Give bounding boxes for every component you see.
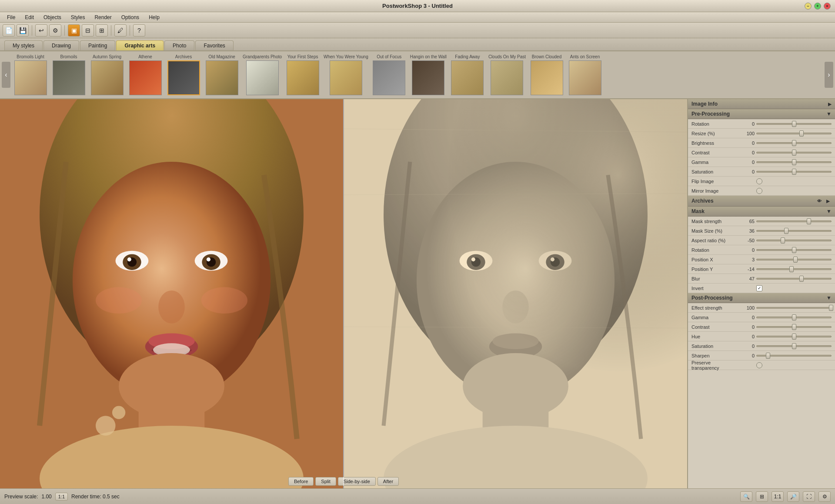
canvas-divider[interactable] bbox=[343, 99, 344, 488]
preset-when-young[interactable]: When You Were Young bbox=[324, 54, 368, 95]
resize-slider[interactable] bbox=[756, 130, 832, 137]
tab-photo[interactable]: Photo bbox=[164, 40, 194, 50]
aspect-ratio-slider[interactable] bbox=[756, 237, 832, 244]
preset-athene[interactable]: Athene bbox=[128, 54, 163, 95]
mask-size-slider[interactable] bbox=[756, 228, 832, 234]
preset-archives[interactable]: Archives bbox=[166, 54, 201, 95]
mask-strength-slider[interactable] bbox=[756, 218, 832, 224]
preset-first-steps[interactable]: Your First Steps bbox=[285, 54, 320, 95]
contrast-slider[interactable] bbox=[756, 150, 832, 156]
presets-prev[interactable]: ‹ bbox=[2, 62, 10, 88]
post-processing-header[interactable]: Post-Processing ▼ bbox=[688, 293, 835, 303]
brightness-label: Brightness bbox=[691, 140, 739, 146]
preset-autumn-spring[interactable]: Autumn Spring bbox=[90, 54, 124, 95]
view-before-button[interactable]: Before bbox=[288, 477, 314, 486]
flip-image-checkbox[interactable] bbox=[756, 178, 762, 184]
preset-bromoils[interactable]: Bromoils bbox=[51, 54, 86, 95]
mask-rotation-value: 0 bbox=[739, 247, 755, 253]
position-x-value: 3 bbox=[739, 257, 755, 262]
position-x-slider[interactable] bbox=[756, 257, 832, 263]
post-contrast-slider[interactable] bbox=[756, 324, 832, 330]
post-gamma-slider[interactable] bbox=[756, 314, 832, 320]
presets-next[interactable]: › bbox=[825, 62, 833, 88]
saturation-slider[interactable] bbox=[756, 169, 832, 175]
preset-old-magazine[interactable]: Old Magazine bbox=[204, 54, 239, 95]
hue-slider[interactable] bbox=[756, 334, 832, 340]
fullscreen-button[interactable]: ⛶ bbox=[803, 491, 815, 502]
gamma-slider[interactable] bbox=[756, 159, 832, 165]
param-post-gamma: Gamma 0 bbox=[688, 313, 835, 322]
pre-processing-header[interactable]: Pre-Processing ▼ bbox=[688, 109, 835, 119]
view-after-button[interactable]: After bbox=[377, 477, 399, 486]
maximize-button[interactable]: + bbox=[814, 3, 821, 10]
menu-edit[interactable]: Edit bbox=[20, 13, 38, 21]
post-saturation-slider[interactable] bbox=[756, 343, 832, 349]
menu-objects[interactable]: Objects bbox=[39, 13, 66, 21]
menu-file[interactable]: File bbox=[3, 13, 20, 21]
param-rotation: Rotation 0 bbox=[688, 119, 835, 129]
settings-panel-button[interactable]: ⚙ bbox=[818, 491, 831, 502]
rotation-slider[interactable] bbox=[756, 121, 832, 127]
param-position-x: Position X 3 bbox=[688, 255, 835, 264]
blur-slider[interactable] bbox=[756, 276, 832, 282]
minimize-button[interactable]: − bbox=[805, 3, 812, 10]
param-mask-strength: Mask strength 65 bbox=[688, 217, 835, 226]
zoom-in-button[interactable]: 🔎 bbox=[787, 491, 799, 502]
archives-header[interactable]: Archives 👁 ▶ bbox=[688, 196, 835, 207]
brightness-slider[interactable] bbox=[756, 140, 832, 146]
menu-help[interactable]: Help bbox=[144, 13, 164, 21]
invert-checkbox[interactable]: ✓ bbox=[756, 285, 762, 291]
param-mask-rotation: Rotation 0 bbox=[688, 245, 835, 255]
preset-brown-clouded[interactable]: Brown Clouded bbox=[529, 54, 564, 95]
fit-button[interactable]: ⊞ bbox=[756, 491, 768, 502]
preset-hangin[interactable]: Hangin on the Wall bbox=[410, 54, 447, 95]
preset-label: Autumn Spring bbox=[93, 54, 121, 59]
tab-drawing[interactable]: Drawing bbox=[43, 40, 79, 50]
mask-rotation-slider[interactable] bbox=[756, 247, 832, 253]
param-post-saturation: Saturation 0 bbox=[688, 341, 835, 351]
menu-options[interactable]: Options bbox=[117, 13, 144, 21]
image-info-header[interactable]: Image Info ▶ bbox=[688, 99, 835, 109]
preserve-transparency-checkbox[interactable] bbox=[756, 362, 762, 368]
preset-fading[interactable]: Fading Away bbox=[450, 54, 485, 95]
zoom-out-button[interactable]: 🔍 bbox=[740, 491, 752, 502]
view-btn-3[interactable]: ⊞ bbox=[96, 24, 108, 37]
archives-eye-icon[interactable]: 👁 bbox=[816, 197, 823, 204]
preset-thumb bbox=[167, 60, 200, 95]
archives-title: Archives bbox=[691, 198, 714, 204]
new-button[interactable]: 📄 bbox=[3, 24, 15, 37]
preset-bromoils-light[interactable]: Bromoils Light bbox=[13, 54, 48, 95]
undo-button[interactable]: ↩ bbox=[35, 24, 47, 37]
tab-graphic-arts[interactable]: Graphic arts bbox=[116, 40, 164, 50]
settings-button[interactable]: ⚙ bbox=[49, 24, 61, 37]
position-y-slider[interactable] bbox=[756, 266, 832, 272]
view-btn-1[interactable]: ▣ bbox=[68, 24, 80, 37]
svg-point-11 bbox=[158, 290, 185, 324]
brush-button[interactable]: 🖊 bbox=[114, 24, 127, 37]
mask-header[interactable]: Mask ▼ bbox=[688, 207, 835, 217]
close-button[interactable]: × bbox=[824, 3, 831, 10]
menu-render[interactable]: Render bbox=[90, 13, 116, 21]
menu-styles[interactable]: Styles bbox=[67, 13, 90, 21]
zoom-1-1-button[interactable]: 1:1 bbox=[772, 491, 784, 502]
view-split-button[interactable]: Split bbox=[315, 477, 336, 486]
preset-label: Athene bbox=[138, 54, 152, 59]
view-btn-2[interactable]: ⊟ bbox=[82, 24, 94, 37]
tab-painting[interactable]: Painting bbox=[80, 40, 115, 50]
archives-play-icon[interactable]: ▶ bbox=[825, 197, 832, 204]
invert-label: Invert bbox=[691, 286, 739, 291]
tab-my-styles[interactable]: My styles bbox=[4, 40, 43, 50]
preset-clouds[interactable]: Clouds On My Past bbox=[488, 54, 526, 95]
preset-ants[interactable]: Ants on Screen bbox=[568, 54, 602, 95]
save-button[interactable]: 💾 bbox=[17, 24, 29, 37]
effect-strength-slider[interactable] bbox=[756, 305, 832, 311]
sharpen-slider[interactable] bbox=[756, 353, 832, 359]
rotation-value: 0 bbox=[739, 121, 755, 127]
scale-1-1-button[interactable]: 1:1 bbox=[55, 493, 68, 501]
tab-favorites[interactable]: Favorites bbox=[195, 40, 233, 50]
window-controls: − + × bbox=[805, 3, 831, 10]
mirror-image-checkbox[interactable] bbox=[756, 188, 762, 194]
preset-grandparents[interactable]: Grandparents Photo bbox=[243, 54, 282, 95]
preset-out-of-focus[interactable]: Out of Focus bbox=[372, 54, 407, 95]
help-button[interactable]: ? bbox=[133, 24, 145, 37]
